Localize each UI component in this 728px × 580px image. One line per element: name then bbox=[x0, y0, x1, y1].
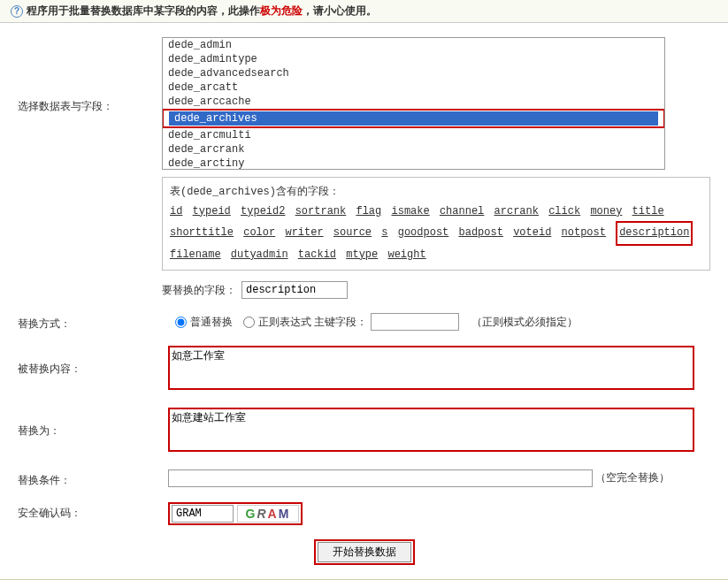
table-option[interactable]: dede_archives bbox=[169, 111, 658, 126]
table-option[interactable]: dede_arcatt bbox=[163, 80, 664, 95]
field-link[interactable]: title bbox=[632, 205, 664, 218]
condition-input[interactable] bbox=[168, 469, 593, 487]
radio-regex-label: 正则表达式 主键字段： bbox=[258, 315, 367, 330]
label-captcha: 安全确认码： bbox=[18, 502, 168, 521]
table-option[interactable]: dede_arccache bbox=[163, 95, 664, 109]
field-link[interactable]: sortrank bbox=[295, 205, 347, 218]
captcha-image[interactable]: GRAM bbox=[237, 505, 299, 523]
table-listbox[interactable]: dede_admindede_admintypedede_advancedsea… bbox=[162, 37, 665, 170]
label-target: 替换为： bbox=[18, 408, 168, 439]
field-link[interactable]: badpost bbox=[459, 226, 503, 239]
field-links: id typeid typeid2 sortrank flag ismake c… bbox=[170, 202, 702, 265]
field-link[interactable]: ismake bbox=[391, 205, 429, 218]
field-link[interactable]: s bbox=[381, 226, 387, 239]
help-icon: ? bbox=[11, 5, 23, 18]
field-link[interactable]: filename bbox=[170, 248, 221, 261]
label-source: 被替换内容： bbox=[18, 346, 168, 377]
field-link[interactable]: dutyadmin bbox=[231, 248, 288, 261]
field-link[interactable]: typeid2 bbox=[241, 205, 285, 218]
field-replace-label: 要替换的字段： bbox=[162, 283, 236, 298]
field-name-input[interactable] bbox=[241, 281, 348, 299]
table-option[interactable]: dede_arcmulti bbox=[163, 128, 664, 142]
field-link[interactable]: mtype bbox=[346, 248, 378, 261]
field-link[interactable]: money bbox=[590, 205, 622, 218]
radio-regex[interactable] bbox=[243, 317, 255, 328]
label-replace-mode: 替换方式： bbox=[18, 313, 168, 332]
field-link[interactable]: typeid bbox=[193, 205, 231, 218]
captcha-input[interactable] bbox=[172, 505, 234, 523]
table-option[interactable]: dede_admintype bbox=[163, 52, 664, 66]
field-link[interactable]: description bbox=[619, 226, 689, 239]
field-link[interactable]: channel bbox=[440, 205, 484, 218]
condition-hint: （空完全替换） bbox=[595, 471, 670, 484]
field-link[interactable]: shorttitle bbox=[170, 226, 234, 239]
warning-bar: ? 程序用于批量替换数据库中某字段的内容，此操作极为危险，请小心使用。 bbox=[0, 0, 728, 23]
main-form: 选择数据表与字段： dede_admindede_admintypedede_a… bbox=[0, 23, 728, 579]
field-link[interactable]: goodpost bbox=[398, 226, 449, 239]
field-link[interactable]: color bbox=[243, 226, 275, 239]
field-link[interactable]: voteid bbox=[513, 226, 551, 239]
field-link[interactable]: arcrank bbox=[494, 205, 539, 218]
field-link[interactable]: click bbox=[548, 205, 580, 218]
submit-button[interactable]: 开始替换数据 bbox=[318, 542, 411, 562]
target-textarea[interactable] bbox=[168, 408, 694, 452]
field-link[interactable]: writer bbox=[285, 226, 323, 239]
radio-normal[interactable] bbox=[175, 317, 187, 328]
field-link[interactable]: id bbox=[170, 205, 182, 218]
field-link[interactable]: notpost bbox=[562, 226, 606, 239]
field-link[interactable]: flag bbox=[356, 205, 381, 218]
regex-note: （正则模式必须指定） bbox=[471, 315, 578, 330]
fields-box: 表(dede_archives)含有的字段： id typeid typeid2… bbox=[162, 177, 710, 271]
warning-text: 程序用于批量替换数据库中某字段的内容，此操作极为危险，请小心使用。 bbox=[27, 4, 377, 19]
field-link[interactable]: weight bbox=[387, 248, 425, 261]
table-option[interactable]: dede_arcrank bbox=[163, 142, 664, 156]
table-option[interactable]: dede_advancedsearch bbox=[163, 66, 664, 80]
field-link[interactable]: tackid bbox=[298, 248, 336, 261]
label-select-table: 选择数据表与字段： bbox=[18, 37, 162, 114]
source-textarea[interactable] bbox=[168, 346, 694, 390]
key-field-input[interactable] bbox=[371, 313, 459, 331]
field-link[interactable]: source bbox=[333, 226, 372, 239]
label-condition: 替换条件： bbox=[18, 469, 168, 488]
fields-title: 表(dede_archives)含有的字段： bbox=[170, 183, 702, 202]
table-option[interactable]: dede_arctiny bbox=[163, 156, 664, 170]
table-option[interactable]: dede_admin bbox=[163, 38, 664, 52]
radio-normal-label: 普通替换 bbox=[190, 315, 233, 330]
